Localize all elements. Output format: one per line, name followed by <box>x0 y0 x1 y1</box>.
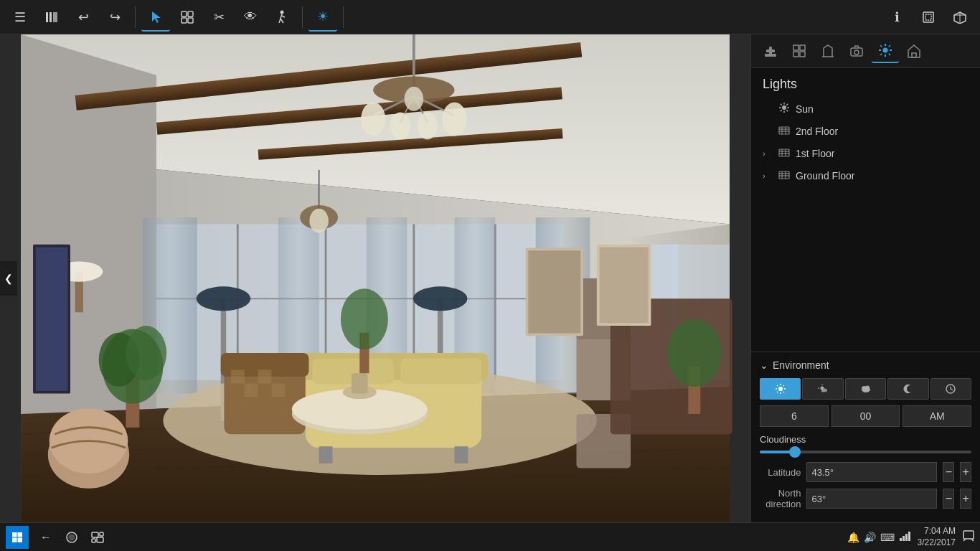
tab-layout[interactable] <box>786 39 813 63</box>
floor-2nd-icon <box>778 124 790 138</box>
svg-point-8 <box>281 10 284 14</box>
env-btn-partly-cloudy[interactable] <box>802 378 843 400</box>
env-btn-clock[interactable] <box>930 378 971 400</box>
tab-house[interactable] <box>900 39 928 63</box>
tab-materials[interactable] <box>814 39 842 63</box>
svg-point-111 <box>883 48 888 53</box>
svg-point-110 <box>854 50 859 55</box>
taskbar-right: 🔔 🔊 ⌨ 7:04 AM 3/22/2017 <box>847 526 974 548</box>
notification-area-icon[interactable]: 🔔 <box>847 532 859 543</box>
env-btn-cloudy[interactable] <box>845 378 886 400</box>
library-icon[interactable] <box>37 3 66 32</box>
svg-point-88 <box>126 326 166 380</box>
eye-icon[interactable]: 👁 <box>236 3 265 32</box>
env-btn-night[interactable] <box>887 378 928 400</box>
undo-icon[interactable]: ↩ <box>69 3 98 32</box>
start-button[interactable] <box>6 526 29 549</box>
north-direction-minus[interactable]: − <box>943 489 954 509</box>
time-minute[interactable]: 00 <box>831 405 900 427</box>
volume-icon[interactable]: 🔊 <box>864 532 876 543</box>
back-button[interactable]: ← <box>34 526 57 549</box>
light-item-sun[interactable]: Sun <box>757 98 974 120</box>
svg-line-153 <box>777 392 778 392</box>
svg-rect-107 <box>800 52 805 57</box>
svg-point-63 <box>413 286 468 311</box>
svg-rect-103 <box>766 50 775 52</box>
svg-rect-73 <box>231 370 245 384</box>
cloudiness-thumb[interactable] <box>789 446 801 458</box>
sun-toolbar-icon[interactable]: ☀ <box>308 3 337 32</box>
expand-ground[interactable]: › <box>763 171 773 180</box>
svg-point-49 <box>361 102 385 136</box>
lights-list: Sun 2nd Floor › <box>751 98 980 187</box>
svg-rect-96 <box>528 250 580 333</box>
svg-rect-120 <box>912 53 916 57</box>
svg-rect-5 <box>188 11 193 17</box>
frame-icon[interactable] <box>914 3 943 32</box>
latitude-row: Latitude − + <box>760 462 971 482</box>
cloudiness-slider[interactable] <box>760 451 971 453</box>
svg-line-9 <box>281 14 282 19</box>
objects-icon[interactable] <box>173 3 202 32</box>
svg-rect-0 <box>46 12 48 22</box>
svg-rect-135 <box>779 149 789 156</box>
2nd-floor-label: 2nd Floor <box>796 126 969 137</box>
cortana-button[interactable] <box>60 526 83 549</box>
svg-rect-167 <box>12 537 17 542</box>
svg-rect-4 <box>182 11 187 17</box>
tab-build[interactable] <box>757 39 784 63</box>
svg-point-51 <box>390 113 410 140</box>
latitude-input[interactable] <box>806 462 937 482</box>
latitude-plus[interactable]: + <box>960 462 971 482</box>
svg-point-53 <box>405 87 423 111</box>
tab-camera[interactable] <box>843 39 870 63</box>
time-ampm[interactable]: AM <box>903 405 971 427</box>
svg-rect-130 <box>779 127 789 134</box>
svg-line-116 <box>880 45 882 47</box>
1st-floor-label: 1st Floor <box>796 148 969 159</box>
env-btn-clear[interactable] <box>760 378 801 400</box>
info-icon[interactable]: ℹ <box>882 3 911 32</box>
expand-1st[interactable]: › <box>763 149 773 158</box>
light-item-1st-floor[interactable]: › 1st Floor <box>757 142 974 164</box>
cloudiness-label: Cloudiness <box>760 434 971 445</box>
keyboard-icon[interactable]: ⌨ <box>880 532 895 543</box>
latitude-minus[interactable]: − <box>943 462 954 482</box>
cube-icon[interactable] <box>946 3 974 32</box>
svg-rect-68 <box>400 358 481 384</box>
svg-rect-76 <box>272 383 286 397</box>
time-hour[interactable]: 6 <box>760 405 829 427</box>
svg-line-150 <box>777 385 778 386</box>
redo-icon[interactable]: ↪ <box>100 3 129 32</box>
viewport[interactable]: ❮ <box>0 34 750 522</box>
svg-line-126 <box>781 104 782 105</box>
nav-arrow-left[interactable]: ❮ <box>0 261 17 296</box>
taskbar: ← 🔔 🔊 ⌨ <box>0 522 980 551</box>
walk-icon[interactable] <box>268 3 296 32</box>
svg-point-145 <box>778 387 783 391</box>
svg-point-52 <box>418 113 438 140</box>
menu-icon[interactable]: ☰ <box>6 3 34 32</box>
tab-lights[interactable] <box>872 39 899 63</box>
taskbar-clock[interactable]: 7:04 AM 3/22/2017 <box>918 526 956 548</box>
light-item-2nd-floor[interactable]: 2nd Floor <box>757 120 974 142</box>
action-center-icon[interactable] <box>963 530 974 544</box>
svg-point-61 <box>197 286 251 311</box>
north-direction-input[interactable] <box>806 489 937 509</box>
network-icon[interactable] <box>899 531 910 543</box>
environment-header[interactable]: ⌄ Environment <box>760 359 971 371</box>
svg-rect-177 <box>905 534 908 541</box>
svg-rect-174 <box>100 532 103 536</box>
task-view-button[interactable] <box>86 526 109 549</box>
ground-floor-label: Ground Floor <box>796 170 969 182</box>
svg-line-119 <box>880 54 882 55</box>
separator-2 <box>302 6 303 28</box>
svg-line-129 <box>781 110 782 111</box>
light-item-ground-floor[interactable]: › Ground Floor <box>757 164 974 187</box>
select-icon[interactable] <box>141 3 170 32</box>
svg-point-170 <box>69 534 75 540</box>
svg-marker-3 <box>152 11 161 23</box>
scissors-icon[interactable]: ✂ <box>204 3 233 32</box>
north-direction-plus[interactable]: + <box>960 489 971 509</box>
svg-line-118 <box>889 45 890 47</box>
